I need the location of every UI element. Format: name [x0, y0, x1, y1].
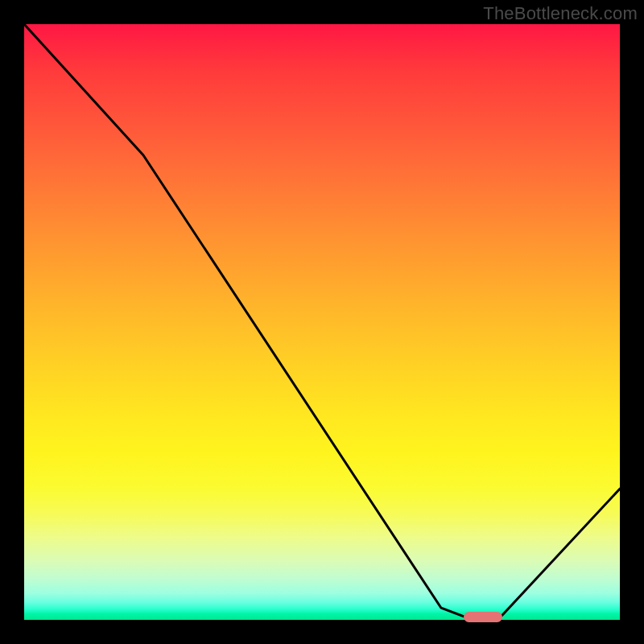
optimal-range-marker: [464, 612, 502, 622]
chart-frame: TheBottleneck.com: [0, 0, 644, 644]
watermark-text: TheBottleneck.com: [483, 3, 638, 24]
plot-area: [24, 24, 620, 620]
curve-path: [24, 24, 620, 617]
bottleneck-curve: [24, 24, 620, 620]
